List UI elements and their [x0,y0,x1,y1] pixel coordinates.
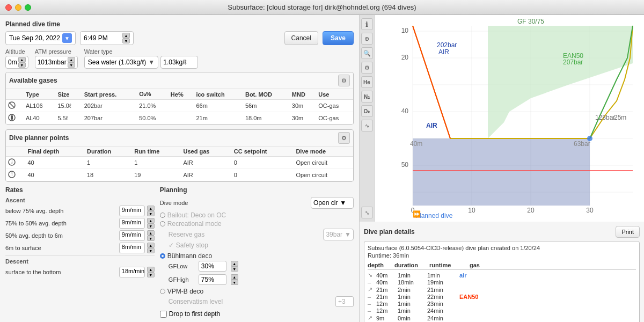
settings-icon2[interactable]: ⚙ [361,62,373,74]
altitude-up[interactable]: ▲ [18,57,26,62]
left-panel: Planned dive time Tue Sep 20, 2022 ▼ 6:4… [0,15,360,322]
descent1-label: surface to the bottom [5,269,61,275]
radio-vpm[interactable] [160,289,165,294]
descent1-input[interactable]: 18m/min [119,267,145,277]
time-up-button[interactable]: ▲ [122,33,130,38]
bar63-label: 63bar [574,140,590,148]
rate3-stepper[interactable]: ▲ ▼ [147,230,155,241]
date-field[interactable]: Tue Sep 20, 2022 ▼ [5,31,76,45]
descent1-stepper[interactable]: ▲ ▼ [147,267,155,277]
n2-icon[interactable]: N₂ [361,91,373,103]
minimize-button[interactable] [15,4,21,11]
svg-text:↓: ↓ [10,158,13,165]
y-label-40: 40 [401,107,409,115]
col-o2: O₂% [137,89,169,100]
plan-arrow-3: ↗ [368,286,376,293]
gas1-startpress: 202bar [82,100,137,112]
option-drop-depth[interactable]: Drop to first depth [160,310,354,318]
option-recreational[interactable]: Recreational mode [160,220,354,228]
rate1-input[interactable]: 9m/min [119,206,145,216]
time-down-button[interactable]: ▼ [122,38,130,43]
atm-down[interactable]: ▼ [68,62,75,68]
planned-dive-time-label: Planned dive time [5,20,354,28]
gas1-size: 15.0ℓ [55,100,82,112]
dp-row-1[interactable]: ↓ 40 1 1 AIR 0 Open circuit [6,157,353,169]
plan-gas-4: EAN50 [459,294,486,300]
wave-icon[interactable]: ∿ [361,120,373,131]
water-type-select[interactable]: Sea water (1.03kg/ℓ) ▼ [84,56,159,69]
time-stepper[interactable]: ▲ ▼ [122,33,130,43]
rate3-input[interactable]: 9m/min [119,230,145,241]
atm-pressure-input[interactable]: 1013mbar ▲ ▼ [35,56,78,69]
cancel-button[interactable]: Cancel [284,31,318,45]
atm-up[interactable]: ▲ [68,57,75,62]
fullscreen-button[interactable] [25,4,31,11]
dive-plan-details-section: Dive plan details Print Subsurface (6.0.… [360,222,644,322]
altitude-down[interactable]: ▼ [18,62,26,68]
date-dropdown-arrow[interactable]: ▼ [62,33,72,43]
plan-dur-5: 1min [398,301,427,307]
option-safety-stop: ✓ Safety stop [160,241,354,249]
window-title: Subsurface: [cloud storage for] dirk@hoh… [228,3,416,11]
print-button[interactable]: Print [616,226,640,238]
altitude-stepper[interactable]: ▲ ▼ [18,57,26,68]
rates-label: Rates [5,186,155,194]
plan-depth-6: 12m [376,308,398,314]
option-vpm[interactable]: VPM-B deco [160,288,354,295]
gf-high-value: 75% [201,276,214,283]
plan-arrow-1: ↘ [368,272,376,279]
rate2-input[interactable]: 9m/min [119,218,145,229]
radio-recreational[interactable] [160,221,165,226]
gas1-botmod: 56m [243,100,290,112]
dp1-depth: 40 [25,157,85,169]
dp2-duration: 18 [85,169,132,181]
radio-bailout[interactable] [160,213,165,218]
option-buhlmann[interactable]: Bühlmann deco [160,252,354,260]
traffic-lights [5,4,31,11]
info-icon[interactable]: ℹ [361,18,373,30]
plan-col-duration: duration [394,262,429,268]
gf-low-label: GFLow [169,263,195,269]
dive-mode-select[interactable]: Open cir ▼ [311,197,354,209]
gas-row-1[interactable]: AL106 15.0ℓ 202bar 21.0% 66m 56m 30m OC-… [6,100,353,112]
rate4-input[interactable]: 8m/min [119,243,145,253]
gf-low-input[interactable]: 30% [199,261,226,272]
rates-section: Rates Ascent below 75% avg. depth 9m/min… [5,186,155,318]
gf-low-value: 30% [201,262,214,270]
chevron-icon[interactable]: ⏩ [413,210,421,218]
rate1-stepper[interactable]: ▲ ▼ [147,206,155,216]
altitude-input[interactable]: 0m ▲ ▼ [5,56,28,69]
conservatism-input: +3 [335,296,354,307]
close-button[interactable] [5,4,12,11]
rate2-stepper[interactable]: ▲ ▼ [147,218,155,229]
gf-low-stepper[interactable]: ▲ ▼ [231,261,238,272]
nav-icon[interactable]: ⊕ [361,33,373,45]
gas-row-2[interactable]: AL40 5.5ℓ 207bar 50.0% 21m 18.0m 30m OC-… [6,112,353,125]
gas1-use: OC-gas [316,100,353,112]
y-label-10: 10 [401,27,409,34]
available-gases-settings[interactable]: ⚙ [338,75,350,86]
radio-buhlmann[interactable] [160,253,165,259]
rate4-stepper[interactable]: ▲ ▼ [147,243,155,253]
expand-icon[interactable]: ⤡ [361,207,373,218]
gf-high-stepper[interactable]: ▲ ▼ [231,274,238,285]
col-start-press: Start press. [82,89,137,100]
runtime-text: Runtime: 36min [368,252,636,259]
save-button[interactable]: Save [323,31,354,45]
dp-col-mode: Dive mode [294,147,353,157]
o2-icon[interactable]: O₂ [361,105,373,117]
atm-stepper[interactable]: ▲ ▼ [68,57,75,68]
drop-depth-checkbox[interactable] [160,311,167,318]
dive-planner-settings[interactable]: ⚙ [338,132,350,144]
col-use: Use [316,89,353,100]
option-bailout[interactable]: Bailout: Deco on OC [160,211,354,219]
dp2-runtime: 19 [132,169,181,181]
zoom-icon[interactable]: 🔍 [361,47,373,59]
time-field[interactable]: 6:49 PM ▲ ▼ [80,31,134,45]
col-icon [6,89,24,100]
gas-icon[interactable]: He [361,76,373,88]
option-reserve: Reserve gas 39bar ▼ [160,229,354,240]
gf-high-input[interactable]: 75% [199,274,226,285]
y-label-50: 50 [401,161,409,169]
dp-row-2[interactable]: ↑ 40 18 19 AIR 0 Open circuit [6,169,353,181]
